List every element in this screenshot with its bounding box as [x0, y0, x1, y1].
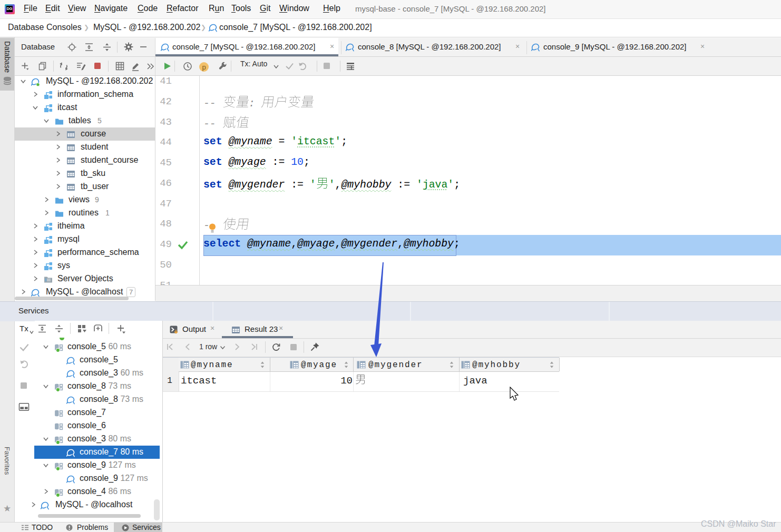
svg-text:p: p — [202, 63, 206, 71]
